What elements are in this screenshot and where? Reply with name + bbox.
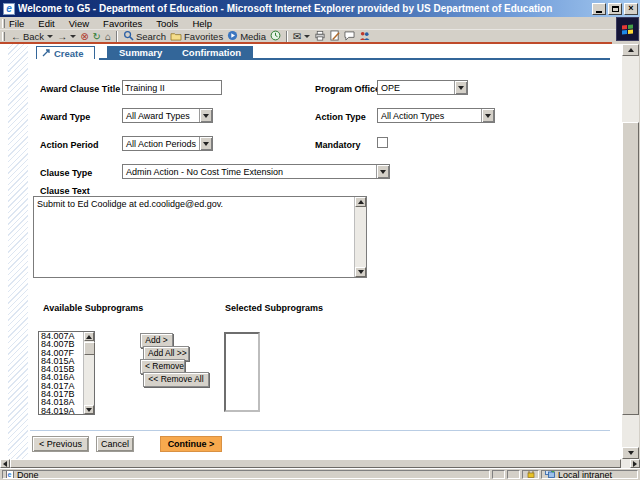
left-hatch-margin	[8, 44, 28, 459]
lock-icon	[527, 470, 535, 479]
discuss-icon	[344, 31, 355, 43]
award-type-value: All Award Types	[123, 109, 199, 122]
search-label: Search	[136, 31, 166, 42]
vertical-scrollbar[interactable]	[622, 44, 639, 459]
media-label: Media	[240, 31, 266, 42]
menu-item[interactable]: Edit	[38, 18, 54, 29]
cancel-button[interactable]: Cancel	[96, 436, 134, 452]
menu-item[interactable]: Tools	[156, 18, 178, 29]
close-button[interactable]: ×	[624, 3, 638, 15]
forward-dropdown-icon	[70, 35, 76, 38]
horizontal-scroll-thumb[interactable]	[10, 459, 621, 468]
action-type-value: All Action Types	[378, 109, 481, 122]
back-label: Back	[23, 31, 44, 42]
favorites-label: Favorites	[184, 31, 223, 42]
listbox-scrollbar[interactable]	[83, 332, 94, 414]
award-clause-title-input[interactable]	[122, 80, 222, 95]
scroll-thumb[interactable]	[84, 342, 95, 355]
program-office-value: OPE	[378, 81, 454, 94]
menu-item[interactable]: File	[9, 18, 24, 29]
status-cell	[492, 470, 505, 479]
dropdown-arrow-icon	[199, 109, 212, 122]
security-cell	[522, 470, 539, 479]
security-zone-cell: Local intranet	[541, 470, 638, 479]
menu-item[interactable]: Favorites	[103, 18, 142, 29]
toolbar-separator	[286, 31, 288, 42]
scroll-right-icon[interactable]	[630, 459, 640, 468]
clause-type-label: Clause Type	[40, 168, 92, 178]
tab-summary[interactable]: Summary	[107, 46, 174, 58]
action-period-label: Action Period	[40, 140, 99, 150]
back-dropdown-icon	[47, 35, 53, 38]
award-clause-title-label: Award Clause Title *	[40, 84, 126, 94]
restore-button[interactable]	[608, 3, 622, 15]
search-button[interactable]: Search	[121, 31, 168, 43]
menu-grip[interactable]	[2, 19, 5, 28]
action-type-select[interactable]: All Action Types	[377, 108, 495, 123]
vertical-scroll-thumb[interactable]	[622, 122, 639, 415]
menu-item[interactable]: View	[69, 18, 89, 29]
clause-text-label: Clause Text	[40, 186, 90, 196]
scroll-up-icon[interactable]	[622, 44, 639, 56]
windows-flag-icon	[622, 24, 633, 34]
print-button[interactable]	[312, 31, 328, 43]
media-button[interactable]: Media	[225, 31, 268, 43]
ie-app-icon: e	[3, 3, 15, 15]
favorites-button[interactable]: Favorites	[168, 31, 225, 43]
clause-type-select[interactable]: Admin Action - No Cost Time Extension	[122, 164, 390, 179]
clause-type-value: Admin Action - No Cost Time Extension	[123, 165, 376, 178]
tab-confirmation[interactable]: Confirmation	[170, 46, 253, 58]
status-bar: e Done Local intranet	[0, 468, 640, 480]
continue-button[interactable]: Continue >	[160, 436, 222, 452]
back-button[interactable]: ← Back	[9, 31, 55, 43]
status-message-cell: e Done	[2, 470, 490, 479]
remove-all-button[interactable]: << Remove All	[143, 372, 209, 387]
status-cell	[507, 470, 520, 479]
program-office-label: Program Office	[315, 84, 380, 94]
scroll-down-icon[interactable]	[355, 267, 366, 277]
scroll-up-icon[interactable]	[355, 197, 366, 207]
award-type-select[interactable]: All Award Types	[122, 108, 213, 123]
previous-button[interactable]: < Previous	[32, 436, 89, 452]
subprogram-option[interactable]: 84.019A	[39, 407, 83, 414]
clause-text-value: Submit to Ed Coolidge at ed.coolidge@ed.…	[34, 197, 354, 277]
menu-bar: FileEditViewFavoritesToolsHelp	[0, 17, 640, 30]
mail-button[interactable]: ✉	[291, 31, 312, 43]
dropdown-arrow-icon	[376, 165, 389, 178]
stop-button[interactable]: ⊗	[78, 31, 90, 43]
forward-arrow-icon: →	[57, 32, 67, 42]
tab-create[interactable]: Create	[36, 46, 95, 59]
action-type-label: Action Type	[315, 112, 366, 122]
selected-subprograms-listbox[interactable]	[224, 332, 260, 412]
minimize-button[interactable]	[592, 3, 606, 15]
footer-separator	[30, 430, 610, 431]
stop-icon: ⊗	[80, 32, 88, 42]
discuss-button[interactable]	[342, 31, 357, 43]
available-subprograms-listbox[interactable]: 84.007A84.007B84.007F84.015A84.015B84.01…	[38, 331, 95, 415]
title-bar: e Welcome to G5 - Department of Educatio…	[0, 0, 640, 17]
textarea-scrollbar[interactable]	[354, 197, 366, 277]
action-period-select[interactable]: All Action Periods	[122, 136, 213, 151]
browser-window: e Welcome to G5 - Department of Educatio…	[0, 0, 640, 480]
forward-button[interactable]: →	[55, 31, 78, 43]
toolbar-grip[interactable]	[2, 32, 5, 41]
ie-throbber-logo	[616, 17, 639, 41]
edit-button[interactable]	[328, 31, 342, 43]
scroll-left-icon[interactable]	[0, 459, 10, 468]
program-office-select[interactable]: OPE	[377, 80, 468, 95]
home-button[interactable]: ⌂	[103, 31, 113, 43]
window-title: Welcome to G5 - Department of Education …	[18, 3, 590, 14]
scroll-up-icon[interactable]	[84, 332, 94, 341]
mandatory-checkbox[interactable]	[377, 137, 388, 148]
svg-text:e: e	[8, 471, 12, 478]
menu-item[interactable]: Help	[192, 18, 212, 29]
history-button[interactable]	[268, 31, 283, 43]
horizontal-scrollbar[interactable]	[0, 459, 640, 468]
clause-text-textarea[interactable]: Submit to Ed Coolidge at ed.coolidge@ed.…	[33, 196, 367, 278]
available-subprograms-label: Available Subprograms	[43, 303, 143, 313]
scroll-down-icon[interactable]	[622, 447, 639, 459]
home-icon: ⌂	[105, 32, 111, 42]
refresh-button[interactable]: ↻	[91, 31, 103, 43]
messenger-button[interactable]	[357, 31, 372, 43]
scroll-down-icon[interactable]	[84, 405, 94, 414]
